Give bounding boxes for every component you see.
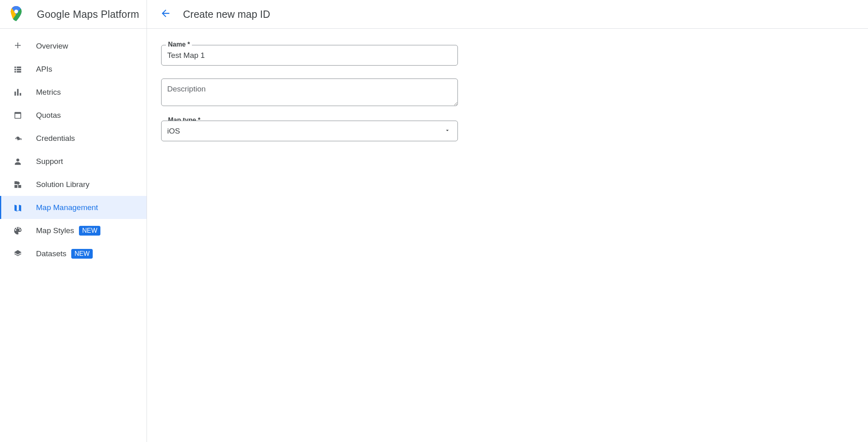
maptype-select-wrapper: iOS bbox=[161, 121, 458, 141]
back-button[interactable] bbox=[157, 6, 174, 23]
sidebar-item-map-styles[interactable]: Map Styles NEW bbox=[0, 219, 147, 242]
main-content: Create new map ID Name * Map type * iOS bbox=[147, 0, 868, 442]
sidebar-item-label: Solution Library bbox=[36, 180, 89, 189]
sidebar-item-credentials[interactable]: Credentials bbox=[0, 127, 147, 150]
maptype-value: iOS bbox=[167, 127, 180, 136]
sidebar: Google Maps Platform Overview APIs Metri… bbox=[0, 0, 147, 442]
sidebar-item-metrics[interactable]: Metrics bbox=[0, 81, 147, 104]
sidebar-nav: Overview APIs Metrics Quotas bbox=[0, 29, 147, 265]
new-badge: NEW bbox=[79, 226, 100, 236]
sidebar-item-label: Datasets bbox=[36, 249, 66, 258]
sidebar-item-label: Overview bbox=[36, 42, 68, 51]
widgets-icon bbox=[13, 180, 23, 189]
sidebar-item-apis[interactable]: APIs bbox=[0, 57, 147, 81]
map-icon bbox=[13, 203, 23, 212]
key-icon bbox=[13, 134, 23, 143]
sidebar-item-label: Map Management bbox=[36, 203, 98, 212]
name-input[interactable] bbox=[161, 45, 458, 66]
new-badge: NEW bbox=[71, 249, 93, 259]
description-input[interactable] bbox=[161, 79, 458, 106]
sidebar-item-support[interactable]: Support bbox=[0, 150, 147, 173]
sidebar-item-label: Credentials bbox=[36, 134, 75, 143]
sidebar-item-map-management[interactable]: Map Management bbox=[0, 196, 147, 219]
maptype-select[interactable]: iOS bbox=[161, 121, 458, 141]
bar-chart-icon bbox=[13, 87, 23, 97]
palette-icon bbox=[13, 226, 23, 236]
sidebar-item-label: Map Styles bbox=[36, 226, 74, 235]
sidebar-title: Google Maps Platform bbox=[37, 8, 139, 20]
sidebar-item-solution-library[interactable]: Solution Library bbox=[0, 173, 147, 196]
description-field-wrapper bbox=[161, 79, 854, 108]
google-maps-logo-icon bbox=[10, 6, 23, 22]
sidebar-item-quotas[interactable]: Quotas bbox=[0, 104, 147, 127]
layers-icon bbox=[13, 249, 23, 259]
page-title: Create new map ID bbox=[183, 8, 270, 20]
name-field-wrapper: Name * bbox=[161, 45, 854, 66]
name-label: Name * bbox=[166, 41, 192, 48]
arrow-left-icon bbox=[160, 8, 171, 21]
list-icon bbox=[13, 64, 23, 74]
sidebar-item-overview[interactable]: Overview bbox=[0, 34, 147, 57]
sidebar-header: Google Maps Platform bbox=[0, 0, 147, 29]
svg-point-0 bbox=[14, 10, 18, 13]
sidebar-item-datasets[interactable]: Datasets NEW bbox=[0, 242, 147, 265]
maptype-field-wrapper: Map type * iOS bbox=[161, 121, 854, 141]
form-area: Name * Map type * iOS bbox=[147, 29, 868, 170]
sidebar-item-label: APIs bbox=[36, 65, 52, 74]
gauge-icon bbox=[13, 110, 23, 120]
main-header: Create new map ID bbox=[147, 0, 868, 29]
sidebar-item-label: Metrics bbox=[36, 88, 61, 97]
sidebar-item-label: Support bbox=[36, 157, 63, 166]
person-icon bbox=[13, 157, 23, 166]
move-icon bbox=[13, 41, 23, 51]
sidebar-item-label: Quotas bbox=[36, 111, 61, 120]
